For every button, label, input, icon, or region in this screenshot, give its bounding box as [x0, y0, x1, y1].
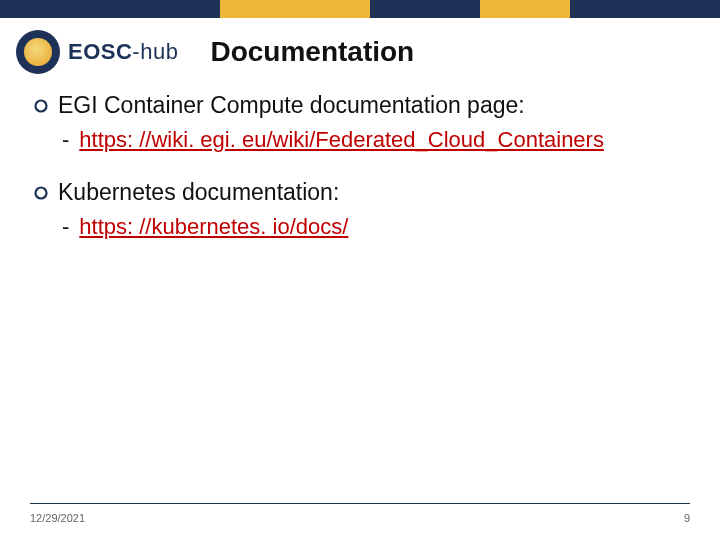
bullet-heading: EGI Container Compute documentation page…: [58, 92, 525, 119]
logo-suffix: -hub: [132, 39, 178, 64]
bullet-heading-row: Kubernetes documentation:: [34, 179, 686, 206]
sub-bullet-row: - https: //kubernetes. io/docs/: [34, 214, 686, 240]
dash: -: [62, 127, 69, 153]
header: EOSC-hub Documentation: [0, 18, 720, 92]
svg-point-1: [36, 187, 47, 198]
link-egi-wiki[interactable]: https: //wiki. egi. eu/wiki/Federated_Cl…: [79, 127, 604, 153]
footer-row: 12/29/2021 9: [30, 512, 690, 524]
footer-divider: [30, 503, 690, 504]
ring-bullet-icon: [34, 186, 48, 200]
footer-page-number: 9: [684, 512, 690, 524]
sub-bullet-row: - https: //wiki. egi. eu/wiki/Federated_…: [34, 127, 686, 153]
logo-brand: EOSC: [68, 39, 132, 64]
bullet-heading: Kubernetes documentation:: [58, 179, 339, 206]
top-color-bar: [0, 0, 720, 18]
footer: 12/29/2021 9: [0, 503, 720, 524]
footer-date: 12/29/2021: [30, 512, 85, 524]
bullet-item: Kubernetes documentation: - https: //kub…: [34, 179, 686, 240]
bar-segment: [370, 0, 480, 18]
svg-point-0: [36, 100, 47, 111]
link-kubernetes-docs[interactable]: https: //kubernetes. io/docs/: [79, 214, 348, 240]
bullet-item: EGI Container Compute documentation page…: [34, 92, 686, 153]
content: EGI Container Compute documentation page…: [0, 92, 720, 240]
bar-segment: [570, 0, 720, 18]
bullet-heading-row: EGI Container Compute documentation page…: [34, 92, 686, 119]
slide-title: Documentation: [210, 36, 414, 68]
bar-segment: [220, 0, 370, 18]
logo: EOSC-hub: [16, 30, 178, 74]
logo-icon: [16, 30, 60, 74]
dash: -: [62, 214, 69, 240]
logo-text: EOSC-hub: [68, 39, 178, 65]
bar-segment: [480, 0, 570, 18]
ring-bullet-icon: [34, 99, 48, 113]
bar-segment: [0, 0, 220, 18]
